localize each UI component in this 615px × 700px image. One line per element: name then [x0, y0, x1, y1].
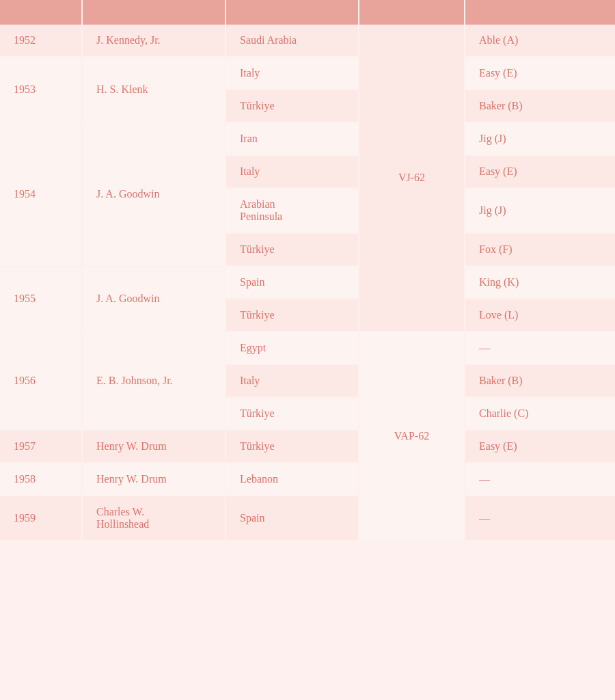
cell-country: Saudi Arabia [226, 25, 359, 57]
cell-year: 1959 [0, 496, 82, 541]
cell-country: Türkiye [226, 397, 359, 430]
cell-commander: J. A. Goodwin [82, 266, 226, 332]
cell-year: 1954 [0, 122, 82, 266]
cell-detachment: Able (A) [465, 25, 615, 57]
cell-detachment: Easy (E) [465, 155, 615, 188]
cell-detachment: Jig (J) [465, 122, 615, 155]
cell-year: 1958 [0, 463, 82, 496]
cell-detachment: Love (L) [465, 299, 615, 332]
cell-detachment: — [465, 332, 615, 364]
cell-commander: J. Kennedy, Jr. [82, 25, 226, 57]
cell-detachment: Easy (E) [465, 57, 615, 90]
cell-country: Arabian Peninsula [226, 188, 359, 233]
cell-year: 1953 [0, 57, 82, 122]
cell-detachment: Jig (J) [465, 188, 615, 233]
cell-country: Italy [226, 155, 359, 188]
cell-country: Türkiye [226, 299, 359, 332]
cell-year: 1955 [0, 266, 82, 332]
header-squadron [359, 0, 465, 25]
cell-detachment: Charlie (C) [465, 397, 615, 430]
header-commander [82, 0, 226, 25]
cell-country: Türkiye [226, 90, 359, 122]
cell-detachment: — [465, 496, 615, 541]
cell-country: Türkiye [226, 233, 359, 266]
cell-country: Spain [226, 266, 359, 299]
cell-detachment: — [465, 463, 615, 496]
cell-squadron: VAP-62 [359, 332, 465, 541]
cell-commander: Charles W. Hollinshead [82, 496, 226, 541]
cell-detachment: Fox (F) [465, 233, 615, 266]
cell-commander: E. B. Johnson, Jr. [82, 332, 226, 430]
cell-country: Iran [226, 122, 359, 155]
header-country [226, 0, 359, 25]
cell-year: 1956 [0, 332, 82, 430]
cell-detachment: King (K) [465, 266, 615, 299]
cell-country: Türkiye [226, 430, 359, 463]
cell-country: Spain [226, 496, 359, 541]
cell-country: Italy [226, 57, 359, 90]
cell-detachment: Baker (B) [465, 364, 615, 397]
cell-commander: J. A. Goodwin [82, 122, 226, 266]
cell-country: Egypt [226, 332, 359, 364]
cell-commander: Henry W. Drum [82, 430, 226, 463]
cell-detachment: Easy (E) [465, 430, 615, 463]
cell-commander: Henry W. Drum [82, 463, 226, 496]
cell-country: Italy [226, 364, 359, 397]
cell-detachment: Baker (B) [465, 90, 615, 122]
header-year [0, 0, 82, 25]
header-detachment [465, 0, 615, 25]
cell-year: 1952 [0, 25, 82, 57]
cell-squadron: VJ-62 [359, 25, 465, 332]
cell-country: Lebanon [226, 463, 359, 496]
cell-commander: H. S. Klenk [82, 57, 226, 122]
cell-year: 1957 [0, 430, 82, 463]
